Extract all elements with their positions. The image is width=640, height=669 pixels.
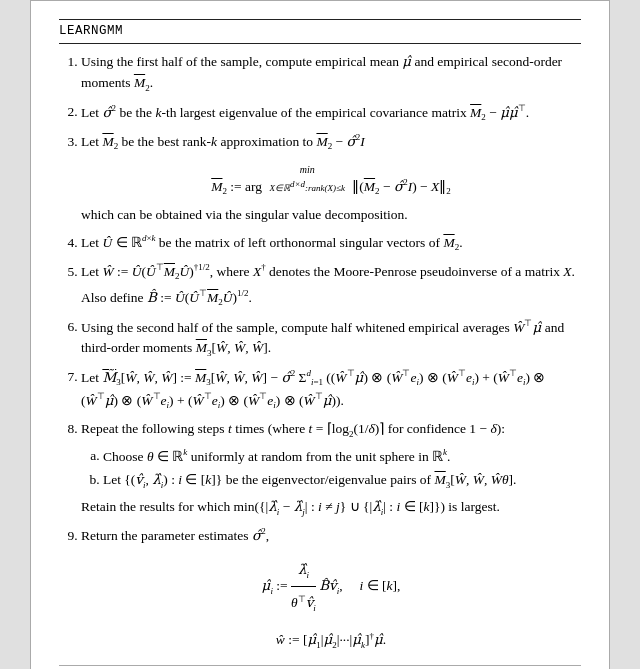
equation-m2: M2 := arg min X∈ℝd×d:rank(X)≤k ‖(M2 − σ̂…	[81, 162, 581, 199]
also-define: Also define B̂ := Û(Û⊤M2Û)1/2.	[81, 287, 581, 310]
algorithm-title: LearnGMM	[59, 19, 581, 44]
step-3: Let M2 be the best rank-k approximation …	[81, 131, 581, 226]
step-8: Repeat the following steps t times (wher…	[81, 419, 581, 519]
figure-caption: Figure 1: Algorithm for learning a mixtu…	[59, 665, 581, 669]
retain-text: Retain the results for which min({|λ̂i −…	[81, 497, 581, 520]
step-9: Return the parameter estimates σ̂2, μ̂i …	[81, 525, 581, 655]
step-6: Using the second half of the sample, com…	[81, 317, 581, 361]
and-text: +	[177, 392, 185, 407]
step-2: Let σ̂2 be the k-th largest eigenvalue o…	[81, 102, 581, 125]
algorithm-page: LearnGMM Using the first half of the sam…	[30, 0, 610, 669]
eq-w: ŵ := [μ̂1|μ̂2|···|μ̂k]†μ̂.	[81, 625, 581, 655]
svd-note: which can be obtained via the singular v…	[81, 205, 581, 226]
equation-return: μ̂i := λ̂i θ⊤v̂i B̂v̂i, i ∈ [k], ŵ := [μ…	[81, 555, 581, 655]
algorithm-steps: Using the first half of the sample, comp…	[59, 52, 581, 655]
sub-step-a: Choose θ ∈ ℝk uniformly at random from t…	[103, 446, 581, 467]
title-text: LearnGMM	[59, 24, 123, 38]
step-4: Let Û ∈ ℝd×k be the matrix of left ortho…	[81, 232, 581, 255]
sub-step-b: Let {(v̂i, λ̂i) : i ∈ [k]} be the eigenv…	[103, 470, 581, 493]
step-1: Using the first half of the sample, comp…	[81, 52, 581, 96]
sub-steps: Choose θ ∈ ℝk uniformly at random from t…	[81, 446, 581, 493]
eq-mu: μ̂i := λ̂i θ⊤v̂i B̂v̂i, i ∈ [k],	[81, 555, 581, 619]
step-7: Let M̃3[Ŵ, Ŵ, Ŵ] := M3[Ŵ, Ŵ, Ŵ] − σ̂2 Σd…	[81, 367, 581, 413]
step-5: Let Ŵ := Û(Û⊤M2Û)†1/2, where X† denotes …	[81, 261, 581, 310]
